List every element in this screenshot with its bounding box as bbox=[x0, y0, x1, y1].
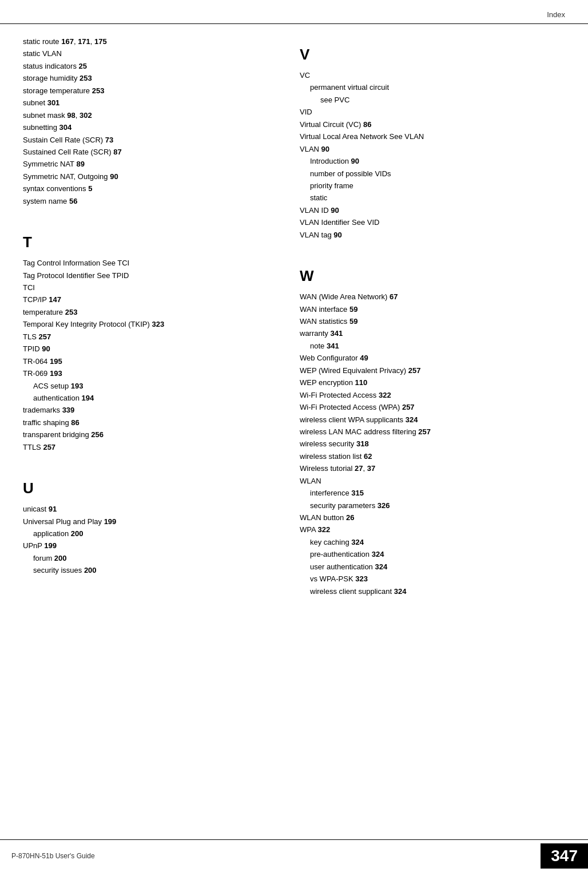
list-item: WAN statistics 59 bbox=[300, 315, 565, 327]
section-T: T Tag Control Information See TCI Tag Pr… bbox=[23, 233, 277, 453]
list-item: Symmetric NAT 89 bbox=[23, 158, 277, 170]
list-item: system name 56 bbox=[23, 195, 277, 207]
list-item: number of possible VIDs bbox=[300, 168, 565, 180]
list-item: security parameters 326 bbox=[300, 500, 565, 512]
list-item: TR-069 193 bbox=[23, 367, 277, 379]
list-item: WAN interface 59 bbox=[300, 303, 565, 315]
list-item: key caching 324 bbox=[300, 536, 565, 548]
list-item: Wi-Fi Protected Access (WPA) 257 bbox=[300, 401, 565, 413]
section-letter-W: W bbox=[300, 267, 565, 285]
list-item: temperature 253 bbox=[23, 306, 277, 318]
list-item: priority frame bbox=[300, 180, 565, 192]
list-item: TCP/IP 147 bbox=[23, 294, 277, 306]
list-item: Sustain Cell Rate (SCR) 73 bbox=[23, 134, 277, 146]
list-item: Sustained Cell Rate (SCR) 87 bbox=[23, 146, 277, 158]
list-item: VLAN 90 bbox=[300, 143, 565, 155]
list-item: WEP encryption 110 bbox=[300, 376, 565, 389]
list-item: Universal Plug and Play 199 bbox=[23, 516, 277, 528]
list-item: warranty 341 bbox=[300, 327, 565, 339]
list-item: subnet mask 98, 302 bbox=[23, 109, 277, 121]
list-item: static VLAN bbox=[23, 47, 277, 60]
list-item: wireless client WPA supplicants 324 bbox=[300, 414, 565, 426]
list-item: security issues 200 bbox=[23, 564, 277, 576]
list-item: unicast 91 bbox=[23, 503, 277, 515]
list-item: subnet 301 bbox=[23, 97, 277, 109]
list-item: Temporal Key Integrity Protocol (TKIP) 3… bbox=[23, 318, 277, 330]
list-item: WLAN button 26 bbox=[300, 512, 565, 524]
list-item: Introduction 90 bbox=[300, 155, 565, 167]
list-item: interference 315 bbox=[300, 487, 565, 499]
list-item: VLAN Identifier See VID bbox=[300, 216, 565, 228]
list-item: wireless client supplicant 324 bbox=[300, 585, 565, 597]
list-item: TTLS 257 bbox=[23, 441, 277, 453]
list-item: subnetting 304 bbox=[23, 121, 277, 133]
section-V: V VC permanent virtual circuit see PVC V… bbox=[300, 46, 565, 241]
list-item: TPID 90 bbox=[23, 343, 277, 355]
list-item: WLAN bbox=[300, 475, 565, 487]
list-item: Wireless tutorial 27, 37 bbox=[300, 462, 565, 474]
list-item: WPA 322 bbox=[300, 524, 565, 536]
list-item: authentication 194 bbox=[23, 392, 277, 404]
list-item: application 200 bbox=[23, 528, 277, 540]
list-item: see PVC bbox=[300, 94, 565, 106]
list-item: Web Configurator 49 bbox=[300, 352, 565, 364]
list-item: storage temperature 253 bbox=[23, 85, 277, 97]
list-item: trademarks 339 bbox=[23, 404, 277, 416]
list-item: permanent virtual circuit bbox=[300, 81, 565, 93]
list-item: TR-064 195 bbox=[23, 355, 277, 367]
list-item: TLS 257 bbox=[23, 331, 277, 343]
list-item: VC bbox=[300, 69, 565, 81]
section-W: W WAN (Wide Area Network) 67 WAN interfa… bbox=[300, 267, 565, 597]
right-column: V VC permanent virtual circuit see PVC V… bbox=[294, 35, 565, 597]
list-item: static route 167, 171, 175 bbox=[23, 35, 277, 47]
list-item: traffic shaping 86 bbox=[23, 417, 277, 429]
list-item: WAN (Wide Area Network) 67 bbox=[300, 291, 565, 303]
list-item: wireless LAN MAC address filtering 257 bbox=[300, 426, 565, 438]
list-item: Wi-Fi Protected Access 322 bbox=[300, 389, 565, 401]
section-letter-U: U bbox=[23, 479, 277, 497]
list-item: wireless station list 62 bbox=[300, 450, 565, 462]
list-item: VID bbox=[300, 106, 565, 118]
list-item: Virtual Circuit (VC) 86 bbox=[300, 118, 565, 130]
header-title: Index bbox=[547, 10, 565, 19]
list-item: syntax conventions 5 bbox=[23, 183, 277, 195]
list-item: Tag Protocol Identifier See TPID bbox=[23, 269, 277, 282]
list-item: Symmetric NAT, Outgoing 90 bbox=[23, 171, 277, 183]
list-item: VLAN tag 90 bbox=[300, 229, 565, 241]
list-item: UPnP 199 bbox=[23, 540, 277, 552]
page-header: Index bbox=[0, 0, 588, 24]
list-item: Tag Control Information See TCI bbox=[23, 257, 277, 269]
list-item: WEP (Wired Equivalent Privacy) 257 bbox=[300, 364, 565, 376]
s-entries: static route 167, 171, 175 static VLAN s… bbox=[23, 35, 277, 207]
section-U: U unicast 91 Universal Plug and Play 199… bbox=[23, 479, 277, 577]
list-item: user authentication 324 bbox=[300, 561, 565, 573]
list-item: storage humidity 253 bbox=[23, 72, 277, 84]
list-item: static bbox=[300, 192, 565, 204]
list-item: status indicators 25 bbox=[23, 60, 277, 72]
list-item: forum 200 bbox=[23, 552, 277, 564]
list-item: Virtual Local Area Network See VLAN bbox=[300, 130, 565, 142]
list-item: vs WPA-PSK 323 bbox=[300, 573, 565, 585]
list-item: wireless security 318 bbox=[300, 438, 565, 450]
list-item: TCI bbox=[23, 282, 277, 294]
list-item: VLAN ID 90 bbox=[300, 204, 565, 216]
section-letter-T: T bbox=[23, 233, 277, 251]
left-column: static route 167, 171, 175 static VLAN s… bbox=[23, 35, 294, 597]
list-item: ACS setup 193 bbox=[23, 380, 277, 392]
footer-page-number: 347 bbox=[541, 843, 588, 869]
list-item: note 341 bbox=[300, 340, 565, 352]
section-letter-V: V bbox=[300, 46, 565, 64]
footer-product: P-870HN-51b User's Guide bbox=[0, 852, 541, 860]
page-footer: P-870HN-51b User's Guide 347 bbox=[0, 839, 588, 872]
list-item: transparent bridging 256 bbox=[23, 429, 277, 441]
list-item: pre-authentication 324 bbox=[300, 548, 565, 560]
